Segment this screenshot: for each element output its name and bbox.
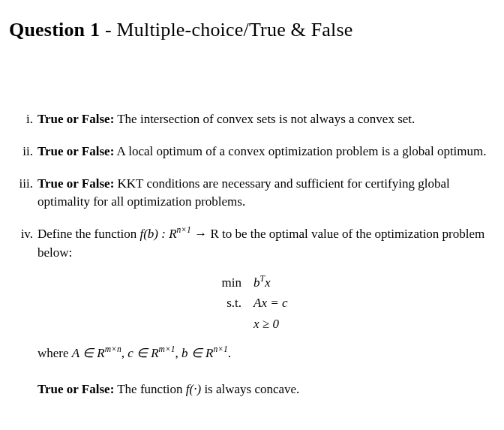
- func-base: f(b) : R: [140, 227, 176, 241]
- item-ii: True or False: A local optimum of a conv…: [9, 143, 490, 161]
- tf-label: True or False:: [38, 176, 114, 191]
- comma2: ,: [176, 346, 182, 360]
- func-arrow: → R: [191, 227, 219, 241]
- where-b: b ∈ Rn×1: [182, 346, 228, 360]
- min-body: bTx: [254, 272, 321, 293]
- item-iii: True or False: KKT conditions are necess…: [9, 175, 490, 212]
- item-text: A local optimum of a convex optimization…: [114, 144, 486, 158]
- period: .: [228, 346, 231, 360]
- min-lead: min: [207, 272, 242, 293]
- title-number: Question 1: [9, 19, 100, 41]
- func-sup: n×1: [177, 225, 191, 235]
- blank-lead: [207, 314, 242, 334]
- item-i: True or False: The intersection of conve…: [9, 110, 490, 129]
- item-text: The intersection of convex sets is not a…: [114, 112, 415, 126]
- A-sup: m×n: [105, 344, 122, 354]
- question-list: True or False: The intersection of conve…: [9, 110, 490, 399]
- iv-intro-a: Define the function: [38, 227, 140, 241]
- A-base: A ∈ R: [72, 346, 105, 360]
- where-c: c ∈ Rm×1: [128, 346, 175, 360]
- optimization-block: min bTx s.t. Ax = c x ≥ 0: [38, 272, 490, 334]
- st-lead: s.t.: [207, 293, 242, 313]
- final-text-b: is always concave.: [201, 382, 299, 396]
- c-sup: m×1: [159, 344, 176, 354]
- min-b: b: [254, 275, 260, 290]
- where-a: where: [38, 346, 72, 360]
- final-func: f(·): [186, 382, 201, 396]
- tf-label: True or False:: [38, 112, 114, 126]
- page: Question 1 - Multiple-choice/True & Fals…: [0, 0, 504, 428]
- objective-row: min bTx: [38, 272, 490, 293]
- item-iv: Define the function f(b) : Rn×1 → R to b…: [9, 225, 490, 399]
- nonneg-row: x ≥ 0: [38, 314, 490, 334]
- c-base: c ∈ R: [128, 346, 158, 360]
- where-A: A ∈ Rm×n: [72, 346, 122, 360]
- nonneg-body: x ≥ 0: [254, 314, 321, 334]
- final-text-a: The function: [114, 382, 186, 396]
- question-title: Question 1 - Multiple-choice/True & Fals…: [9, 19, 490, 41]
- tf-label: True or False:: [38, 382, 114, 396]
- iv-final: True or False: The function f(·) is alwa…: [38, 380, 490, 399]
- constraint-row: s.t. Ax = c: [38, 293, 490, 313]
- tf-label: True or False:: [38, 144, 114, 158]
- b-sup: n×1: [213, 344, 227, 354]
- title-rest: - Multiple-choice/True & False: [100, 19, 352, 41]
- st-body: Ax = c: [254, 293, 321, 313]
- where-line: where A ∈ Rm×n, c ∈ Rm×1, b ∈ Rn×1.: [38, 344, 490, 363]
- min-x: x: [265, 275, 271, 290]
- b-base: b ∈ R: [182, 346, 213, 360]
- iv-func: f(b) : Rn×1 → R: [140, 227, 218, 241]
- comma1: ,: [122, 346, 128, 360]
